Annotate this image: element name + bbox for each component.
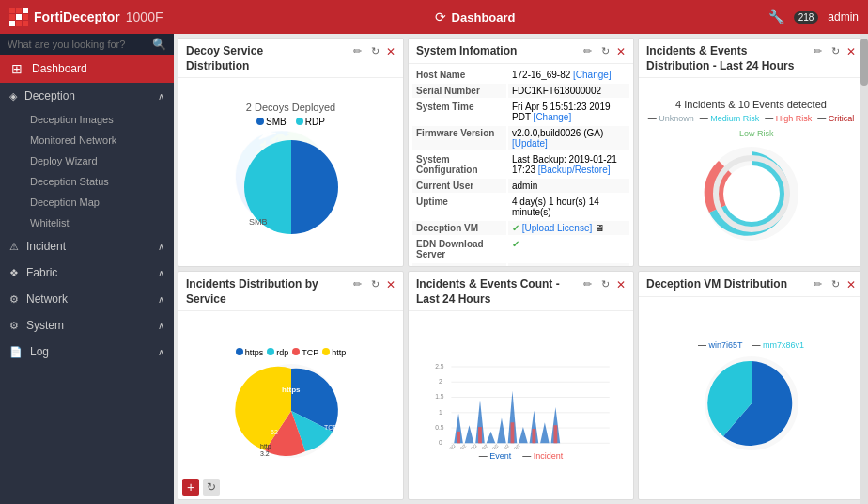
close-vm-icon[interactable]: ✕ [846,278,856,291]
sidebar-item-deception-status[interactable]: Deception Status [0,171,174,192]
refresh-service-icon[interactable]: ↻ [368,277,382,291]
sidebar-item-log[interactable]: 📄 Log ∧ [0,339,174,365]
upload-license-link[interactable]: [Upload License] [522,223,593,233]
refresh-icon[interactable]: ↻ [368,44,382,58]
edit-incidents-icon[interactable]: ✏ [811,44,825,58]
search-icon[interactable]: 🔍 [152,38,166,51]
widget-decoy-header: Decoy ServiceDistribution ✏ ↻ ✕ [178,39,403,78]
edit-icon[interactable]: ✏ [350,44,364,58]
widget-service-title: Incidents Distribution by Service [186,277,347,307]
count-bar-chart: 0 0.5 1 1.5 2 2.5 [427,346,615,449]
widget-service-body: https rdp TCP http [178,311,403,499]
badge-count: 218 [794,11,819,24]
scrollbar-thumb[interactable] [860,39,868,86]
legend-incident: — Incident [522,451,563,461]
sidebar-item-incident[interactable]: ⚠ Incident ∧ [0,233,174,260]
widget-sysinfo-body: Host Name 172-16_69-82 [Change] Serial N… [409,64,633,266]
field-label: System Time [412,100,506,124]
refresh-sysinfo-icon[interactable]: ↻ [598,44,612,58]
sidebar-item-deception[interactable]: ◈ Deception ∧ [0,83,174,109]
app-logo: FortiDeceptor 1000F [9,8,163,26]
svg-text:SMB: SMB [249,217,268,227]
svg-marker-31 [540,422,550,443]
widget-service-actions: ✏ ↻ ✕ [350,277,395,291]
edit-vm-icon[interactable]: ✏ [811,277,825,291]
incidents-legend: — Unknown — Medium Risk — High Risk — Cr… [643,114,860,138]
sidebar-item-system[interactable]: ⚙ System ∧ [0,312,174,339]
legend-vm2: — mm7x86v1 [752,340,805,350]
chevron-incident-icon: ∧ [158,242,164,252]
sidebar-item-monitored-network[interactable]: Monitored Network [0,130,174,150]
table-row: Web Filtering Server ⚠ [412,263,629,266]
svg-text:http: http [260,443,271,450]
field-label: System Configuration [412,152,506,177]
nav-title: Dashboard [452,10,516,24]
widget-vm-actions: ✏ ↻ ✕ [811,277,856,291]
svg-rect-36 [532,429,535,443]
refresh-count-icon[interactable]: ↻ [598,277,612,291]
content-area: Decoy ServiceDistribution ✏ ↻ ✕ 2 Decoys… [174,34,868,504]
table-row: Deception VM ✔ [Upload License] 🖥 [412,221,629,235]
refresh-widget-button[interactable]: ↻ [203,479,220,496]
sidebar-item-fabric[interactable]: ❖ Fabric ∧ [0,260,174,286]
sidebar-item-deception-images[interactable]: Deception Images [0,109,174,130]
close-service-icon[interactable]: ✕ [386,278,395,291]
field-value: Last Backup: 2019-01-21 17:23 [Backup/Re… [508,152,629,177]
legend-vm1: — win7i65T [698,340,743,350]
sidebar-item-deploy-wizard[interactable]: Deploy Wizard [0,150,174,171]
edit-sysinfo-icon[interactable]: ✏ [581,44,595,58]
main-layout: 🔍 ⊞ Dashboard ◈ Deception ∧ Deception Im… [0,34,868,504]
sidebar-item-deception-map[interactable]: Deception Map [0,192,174,213]
widget-incidents-body: 4 Incidents & 10 Events detected — Unkno… [639,78,863,266]
system-icon: ⚙ [9,320,19,332]
field-value: admin [508,179,629,193]
field-label: Current User [412,179,506,193]
widget-count-header: Incidents & Events Count - Last 24 Hours… [409,272,633,311]
legend-https: https [236,348,264,357]
change-time-link[interactable]: [Change] [534,112,572,122]
sidebar-item-whitelist[interactable]: Whitelist [0,213,174,233]
close-sysinfo-icon[interactable]: ✕ [616,45,626,58]
refresh-incidents-icon[interactable]: ↻ [829,44,843,58]
widget-vm-header: Deception VM Distribution ✏ ↻ ✕ [639,272,863,297]
close-count-icon[interactable]: ✕ [616,278,626,291]
dashboard-icon: ⊞ [9,61,24,76]
admin-label[interactable]: admin [828,10,859,24]
nav-center: ⟳ Dashboard [182,9,768,24]
widget-incidents-title: Incidents & Events Distribution - Last 2… [646,44,807,73]
svg-marker-29 [519,427,528,443]
svg-text:2: 2 [439,378,442,385]
edit-service-icon[interactable]: ✏ [350,277,364,291]
legend-rdp: RDP [296,117,325,127]
update-firmware-link[interactable]: [Update] [512,138,548,149]
legend-event: — Event [479,451,512,461]
sidebar-item-dashboard[interactable]: ⊞ Dashboard [0,55,174,83]
field-label: Firmware Version [412,126,506,150]
sidebar-item-network[interactable]: ⚙ Network ∧ [0,286,174,312]
svg-text:3.2: 3.2 [260,450,270,457]
svg-rect-33 [457,432,460,443]
table-row: Host Name 172-16_69-82 [Change] [412,68,629,82]
widget-vm-body: — win7i65T — mm7x86v1 [639,297,863,499]
legend-unknown: — Unknown [648,114,694,123]
field-value: ⚠ [508,263,629,266]
widget-count-title: Incidents & Events Count - Last 24 Hours [416,277,577,307]
close-incidents-icon[interactable]: ✕ [846,45,856,58]
scrollbar[interactable] [860,34,868,504]
decoy-legend: SMB RDP [256,117,325,127]
table-row: System Configuration Last Backup: 2019-0… [412,152,629,177]
edit-count-icon[interactable]: ✏ [581,277,595,291]
field-value: ✔ [Upload License] 🖥 [508,221,629,235]
service-legend: https rdp TCP http [236,348,347,357]
add-widget-button[interactable]: + [182,479,199,496]
notification-badge[interactable]: 218 [794,10,819,24]
close-icon[interactable]: ✕ [386,45,395,58]
change-hostname-link[interactable]: [Change] [573,70,612,80]
field-label: Deception VM [412,221,506,235]
backup-restore-link[interactable]: [Backup/Restore] [538,165,611,175]
search-input[interactable] [8,39,148,50]
refresh-vm-icon[interactable]: ↻ [829,277,843,291]
legend-tcp: TCP [292,348,318,357]
wrench-icon[interactable]: 🔧 [768,9,784,24]
svg-text:9/2: 9/2 [459,443,467,449]
